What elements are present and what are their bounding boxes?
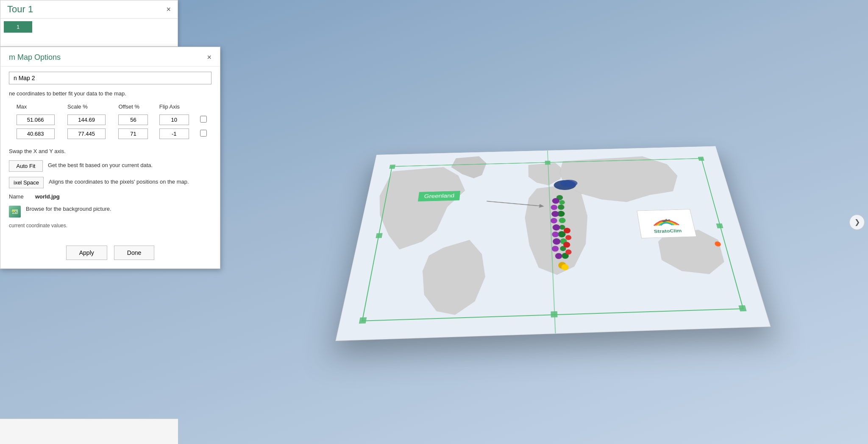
- row2-min-input[interactable]: [17, 128, 55, 139]
- row2-flip-checkbox[interactable]: [200, 130, 207, 137]
- handle-lm[interactable]: [376, 233, 382, 238]
- swap-row: Swap the X and Y axis.: [9, 148, 211, 154]
- map-name-input[interactable]: [9, 72, 211, 84]
- col-header-empty: [10, 103, 14, 112]
- auto-fit-button[interactable]: Auto Fit: [9, 160, 43, 172]
- auto-fit-row: Auto Fit Get the best fit based on your …: [9, 160, 211, 172]
- tour-title-bar: Tour 1 ×: [0, 0, 178, 19]
- coord-table: Max Scale % Offset % Flip Axis: [9, 102, 211, 141]
- handle-bl[interactable]: [359, 317, 367, 323]
- tour-close-button[interactable]: ×: [166, 6, 171, 13]
- handle-bm[interactable]: [551, 311, 557, 317]
- svg-point-30: [561, 264, 569, 270]
- strato-box: StratoClim: [637, 209, 697, 238]
- map-surface: Greenland: [336, 146, 771, 341]
- row1-min-input[interactable]: [17, 114, 55, 125]
- svg-point-31: [714, 241, 721, 246]
- bottom-input-area: [0, 419, 178, 444]
- done-button[interactable]: Done: [114, 246, 154, 260]
- map-3d: Greenland: [336, 146, 771, 341]
- svg-point-1: [13, 210, 14, 212]
- svg-point-28: [565, 249, 572, 254]
- dialog-title: m Map Options: [9, 53, 61, 62]
- swap-text: Swap the X and Y axis.: [9, 148, 66, 154]
- dialog-title-bar: m Map Options ×: [0, 47, 220, 67]
- bottom-text-input[interactable]: [0, 419, 178, 444]
- table-row: [10, 113, 211, 126]
- strato-logo-svg: [648, 213, 684, 227]
- svg-point-22: [553, 238, 561, 245]
- row1-max-input[interactable]: [67, 114, 106, 125]
- map-options-dialog: m Map Options × ne coordinates to better…: [0, 47, 220, 269]
- svg-point-26: [565, 235, 572, 240]
- svg-point-14: [560, 246, 566, 251]
- strato-logo-text: StratoClim: [654, 228, 682, 234]
- svg-point-29: [558, 262, 567, 269]
- world-map-svg: [336, 146, 770, 341]
- browse-icon[interactable]: [9, 206, 21, 218]
- svg-point-12: [558, 231, 566, 237]
- svg-point-27: [563, 242, 570, 248]
- tour-window: Tour 1 × 1: [0, 0, 178, 47]
- pixel-space-button[interactable]: ixel Space: [9, 177, 44, 188]
- handle-br[interactable]: [738, 305, 746, 311]
- browse-row: Browse for the background picture.: [9, 206, 211, 218]
- col-header-flip: Flip Axis: [158, 103, 198, 112]
- bg-file-name: world.jpg: [35, 193, 60, 200]
- pixel-space-row: ixel Space Aligns the coordinates to the…: [9, 177, 211, 188]
- col-header-scale: Scale %: [66, 103, 116, 112]
- row1-flip-checkbox[interactable]: [200, 116, 207, 123]
- table-row: [10, 127, 211, 140]
- tour-tab-bar: 1: [0, 19, 178, 33]
- svg-point-24: [555, 253, 562, 259]
- greenland-label: Greenland: [418, 190, 461, 201]
- row2-offset-input[interactable]: [159, 128, 189, 139]
- col-header-offset: Offset %: [117, 103, 156, 112]
- dialog-body: ne coordinates to better fit your data t…: [0, 67, 220, 241]
- row2-max-input[interactable]: [67, 128, 106, 139]
- svg-point-21: [552, 231, 559, 237]
- tour-title: Tour 1: [7, 4, 33, 15]
- section-hint: ne coordinates to better fit your data t…: [9, 90, 211, 97]
- svg-point-23: [552, 246, 559, 251]
- coord-hint: current coordinate values.: [9, 223, 211, 229]
- map-area: Greenland: [233, 0, 868, 444]
- svg-point-13: [560, 238, 567, 244]
- auto-fit-desc: Get the best fit based on your current d…: [48, 160, 153, 168]
- pixel-space-desc: Aligns the coordinates to the pixels' po…: [49, 177, 189, 185]
- dialog-footer: Apply Done: [0, 241, 220, 260]
- apply-button[interactable]: Apply: [66, 246, 107, 260]
- col-header-max: Max: [15, 103, 65, 112]
- bg-name-row: Name world.jpg: [9, 193, 211, 200]
- bg-name-label: Name: [9, 193, 30, 200]
- row2-scale-input[interactable]: [118, 128, 148, 139]
- svg-point-15: [562, 252, 569, 259]
- chevron-right-button[interactable]: ❯: [849, 215, 865, 230]
- map-3d-container: Greenland: [360, 120, 741, 341]
- browse-text: Browse for the background picture.: [26, 206, 111, 212]
- row1-scale-input[interactable]: [118, 114, 148, 125]
- dialog-close-button[interactable]: ×: [207, 53, 211, 62]
- row1-offset-input[interactable]: [159, 114, 189, 125]
- tour-tab-1[interactable]: 1: [4, 21, 32, 33]
